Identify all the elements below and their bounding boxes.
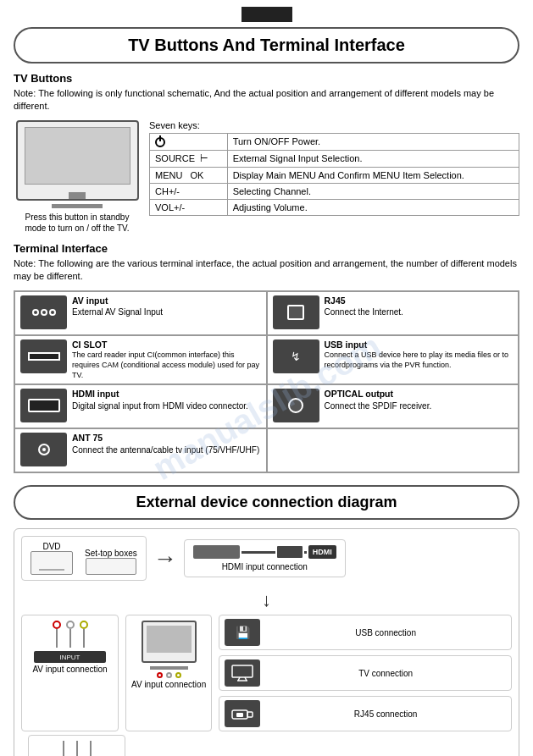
tv-image: [16, 120, 139, 201]
rj45-desc: Connect the Internet.: [325, 306, 403, 317]
table-row: Turn ON/OFF Power.: [150, 133, 519, 150]
key-vol-desc: Adjusting Volume.: [227, 199, 519, 215]
ant-text: ANT 75 Connect the antenna/cable tv inpu…: [72, 433, 259, 455]
av-cable-1: [53, 621, 61, 648]
main-title: TV Buttons And Terminal Interface: [24, 36, 509, 55]
ext-row2: INPUT AV input connection AV input conne…: [21, 615, 512, 731]
dvd-label: DVD: [42, 542, 60, 551]
av-out-line-2: [76, 741, 78, 756]
svg-rect-0: [232, 665, 253, 677]
terminal-cell-ant: ANT 75 Connect the antenna/cable tv inpu…: [14, 428, 267, 472]
av-icon: [20, 295, 67, 329]
terminal-cell-hdmi: HDMI input Digital signal input from HDM…: [14, 384, 267, 428]
av-dot3: [49, 309, 56, 316]
rj45-title: RJ45: [325, 295, 403, 307]
av-out-cable-3: [86, 741, 95, 756]
terminal-grid: AV input External AV Signal Input RJ45 C…: [14, 290, 519, 474]
svg-rect-6: [247, 712, 253, 717]
top-bar: [242, 7, 292, 22]
hdmi-desc: Digital signal input from HDMI video con…: [72, 400, 248, 411]
tv-buttons-heading: TV Buttons: [14, 72, 519, 85]
hdmi-shape: [28, 399, 60, 412]
av-mid-box: AV input connection: [125, 615, 212, 731]
av-circle-yellow-1: [80, 621, 88, 629]
av-out-line-1: [63, 741, 64, 756]
av-input-left-box: INPUT AV input connection: [21, 615, 119, 731]
av-line-3: [83, 629, 85, 648]
seven-keys-area: Seven keys: Turn ON/OFF Power. SOURCE ⊢ …: [149, 120, 519, 216]
tv-standby-caption: Press this button in standby mode to tur…: [16, 212, 139, 234]
key-vol: VOL+/-: [150, 199, 228, 215]
optical-title: OPTICAL output: [325, 389, 432, 400]
hdmi-label: HDMI: [308, 545, 336, 559]
right-arrow: →: [153, 545, 177, 572]
av-input-left-caption: AV input connection: [32, 665, 107, 674]
usb-conn-label: USB connection: [265, 628, 506, 637]
hdmi-cable-row: HDMI: [193, 545, 336, 559]
ci-shape: [28, 352, 60, 361]
tv-conn-icon: [225, 659, 260, 687]
av-out-cable-2: [73, 741, 81, 756]
ext-diagram: DVD Set-top boxes → H: [14, 528, 519, 756]
tv-conn-svg: [230, 665, 254, 682]
ant-desc: Connect the antenna/cable tv input (75/V…: [72, 444, 259, 455]
hdmi-plug-mid: [277, 546, 303, 558]
ext-row1: DVD Set-top boxes → H: [21, 536, 512, 581]
main-title-box: TV Buttons And Terminal Interface: [14, 27, 519, 63]
input-label: INPUT: [60, 654, 81, 661]
ant-title: ANT 75: [72, 433, 259, 444]
seven-keys-label: Seven keys:: [149, 120, 519, 130]
small-av-r: [157, 672, 163, 678]
av-line-2: [69, 629, 71, 648]
av-cables-top: [53, 621, 88, 648]
usb-symbol: ↯: [291, 350, 301, 363]
table-row: SOURCE ⊢ External Signal Input Selection…: [150, 150, 519, 167]
terminal-cell-empty: [267, 428, 519, 472]
av-title: AV input: [72, 295, 163, 307]
ci-icon: [20, 339, 67, 373]
av-out-cable-1: [59, 741, 68, 756]
terminal-cell-usb: ↯ USB input Connect a USB device here to…: [267, 335, 519, 385]
tv-buttons-section: TV Buttons Note: The following is only f…: [14, 72, 519, 234]
usb-desc: Connect a USB device here to play its me…: [325, 350, 514, 370]
av-desc: External AV Signal Input: [72, 306, 163, 317]
usb-conn-symbol: 💾: [236, 626, 250, 639]
av-text: AV input External AV Signal Input: [72, 295, 163, 318]
terminal-cell-ci: CI SLOT The card reader input CI(common …: [14, 335, 267, 385]
small-av-cables: [157, 672, 181, 678]
hdmi-title: HDMI input: [72, 389, 248, 400]
av-circle-red-1: [53, 621, 61, 629]
key-power: [150, 133, 228, 150]
usb-icon: ↯: [273, 339, 319, 373]
power-icon: [155, 137, 165, 147]
ext-title: External device connection diagram: [24, 494, 509, 511]
usb-text: USB input Connect a USB device here to p…: [325, 339, 514, 371]
ci-text: CI SLOT The card reader input CI(common …: [72, 339, 261, 381]
usb-conn-box: 💾 USB connection: [219, 615, 512, 650]
rj45-conn-svg: [230, 706, 254, 721]
usb-conn-icon: 💾: [225, 619, 260, 646]
right-connections: 💾 USB connection TV connection: [219, 615, 512, 731]
terminal-cell-av: AV input External AV Signal Input: [14, 291, 267, 335]
av-out-box: OUTPUT AV output connection: [28, 735, 125, 756]
terminal-heading: Terminal Interface: [14, 242, 519, 255]
hdmi-plug-left: [193, 545, 240, 559]
ant-circle: [38, 444, 50, 455]
small-tv-screen: [147, 626, 192, 653]
small-av-y: [175, 672, 181, 678]
table-row: VOL+/- Adjusting Volume.: [150, 199, 519, 215]
av-mid-caption: AV input connection: [131, 680, 206, 689]
small-tv: [142, 621, 197, 663]
terminal-cell-rj45: RJ45 Connect the Internet.: [267, 291, 519, 335]
usb-title: USB input: [325, 339, 514, 351]
av-dot2: [41, 309, 47, 316]
av-cable-3: [80, 621, 88, 648]
ci-desc: The card reader input CI(common interfac…: [72, 350, 261, 380]
ext-devices-box: DVD Set-top boxes: [21, 536, 147, 581]
rj45-text: RJ45 Connect the Internet.: [325, 295, 403, 318]
key-menu-ok-desc: Display Main MENU And Confirm MENU Item …: [227, 167, 519, 183]
key-source: SOURCE ⊢: [150, 150, 228, 167]
av-dot1: [32, 309, 39, 316]
ant-shape: [38, 444, 50, 455]
tv-conn-box: TV connection: [219, 655, 512, 691]
